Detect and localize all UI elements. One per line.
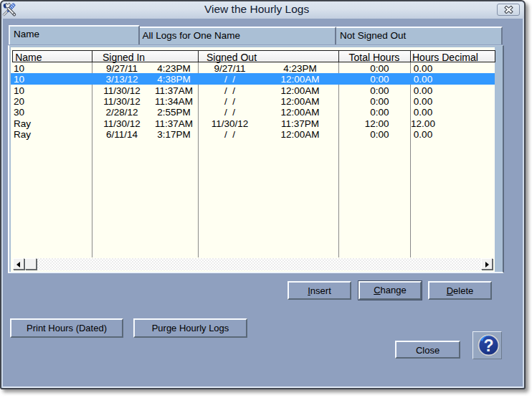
svg-text:?: ?: [484, 336, 494, 355]
